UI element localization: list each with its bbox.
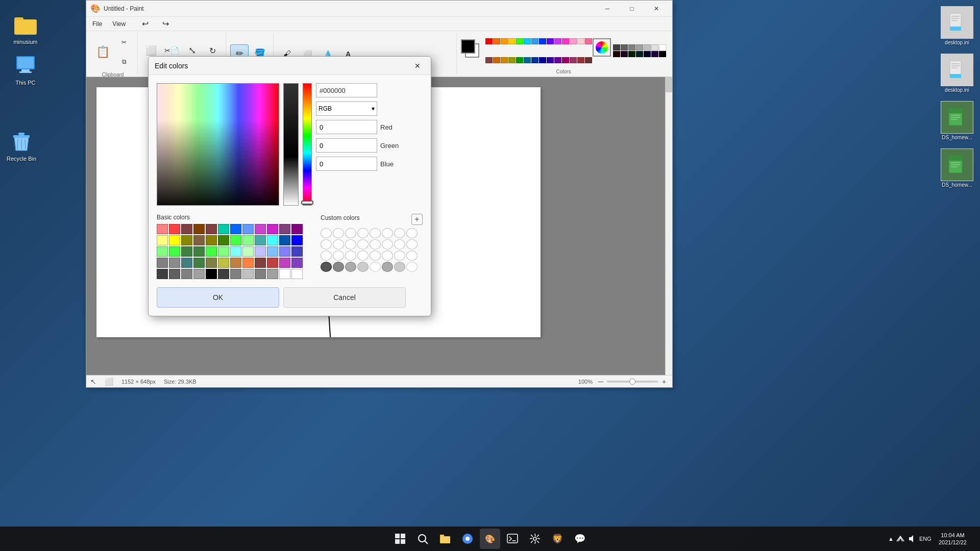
basic-swatch[interactable] <box>181 235 192 245</box>
basic-swatch[interactable] <box>193 224 205 234</box>
basic-swatch[interactable] <box>242 224 254 234</box>
menu-view[interactable]: View <box>108 18 130 30</box>
ok-button[interactable]: OK <box>157 287 279 308</box>
color-swatch-orange[interactable] <box>493 38 500 44</box>
r2c9[interactable] <box>547 57 554 63</box>
custom-swatch[interactable] <box>345 228 356 238</box>
basic-swatch[interactable] <box>291 269 303 279</box>
custom-swatch[interactable] <box>406 251 418 261</box>
basic-swatch[interactable] <box>230 258 241 268</box>
r2c3[interactable] <box>501 57 508 63</box>
dk5[interactable] <box>644 51 651 57</box>
gray2[interactable] <box>621 44 628 51</box>
custom-swatch[interactable] <box>370 251 381 261</box>
up-arrow-icon[interactable]: ▲ <box>888 536 894 542</box>
basic-swatch[interactable] <box>255 269 266 279</box>
custom-swatch[interactable] <box>406 239 418 249</box>
color-wheel-swatch[interactable] <box>593 38 611 57</box>
color-swatch-hot-pink[interactable] <box>585 38 592 44</box>
basic-swatch[interactable] <box>291 246 303 257</box>
settings-button[interactable] <box>525 529 545 549</box>
custom-swatch[interactable] <box>357 228 369 238</box>
basic-swatch[interactable] <box>181 224 192 234</box>
custom-swatch[interactable] <box>333 228 344 238</box>
basic-swatch[interactable] <box>242 235 254 245</box>
basic-swatch[interactable] <box>206 269 217 279</box>
basic-swatch[interactable] <box>279 224 290 234</box>
add-custom-color-button[interactable]: + <box>411 214 423 225</box>
basic-swatch[interactable] <box>267 235 278 245</box>
custom-swatch[interactable] <box>394 239 405 249</box>
custom-swatch[interactable] <box>394 228 405 238</box>
basic-swatch[interactable] <box>218 224 229 234</box>
hue-slider[interactable] <box>303 83 312 206</box>
desktop-file-1[interactable]: desktop.ini <box>938 4 976 47</box>
color-swatch-yellow-orange[interactable] <box>501 38 508 44</box>
gray3[interactable] <box>628 44 635 51</box>
basic-swatch[interactable] <box>267 246 278 257</box>
cut-button[interactable]: ✂ <box>115 33 133 52</box>
basic-swatch[interactable] <box>267 258 278 268</box>
basic-swatch[interactable] <box>218 258 229 268</box>
color-swatch-pink[interactable] <box>562 38 569 44</box>
color-swatch-light-pink[interactable] <box>570 38 577 44</box>
basic-swatch[interactable] <box>206 235 217 245</box>
basic-swatch[interactable] <box>169 224 180 234</box>
basic-swatch[interactable] <box>230 235 241 245</box>
custom-swatch[interactable] <box>394 262 405 272</box>
r2c13[interactable] <box>577 57 584 63</box>
foreground-color-swatch[interactable] <box>461 39 475 54</box>
r2c10[interactable] <box>554 57 561 63</box>
basic-swatch[interactable] <box>291 235 303 245</box>
basic-swatch[interactable] <box>267 269 278 279</box>
basic-swatch[interactable] <box>193 269 205 279</box>
paint-vertical-scrollbar[interactable] <box>665 77 672 375</box>
custom-swatch[interactable] <box>357 251 369 261</box>
custom-swatch[interactable] <box>333 262 344 272</box>
chrome-button[interactable] <box>457 529 478 549</box>
white-swatch[interactable] <box>659 44 666 51</box>
basic-swatch[interactable] <box>279 246 290 257</box>
paste-button[interactable]: 📋 <box>92 39 113 65</box>
basic-swatch[interactable] <box>279 258 290 268</box>
zoom-in-button[interactable]: + <box>660 378 668 386</box>
undo-button[interactable]: ↩ <box>136 15 154 33</box>
zoom-slider-thumb[interactable] <box>629 379 635 385</box>
basic-swatch[interactable] <box>169 235 180 245</box>
dk2[interactable] <box>621 51 628 57</box>
r2c4[interactable] <box>508 57 516 63</box>
basic-swatch[interactable] <box>157 224 168 234</box>
hue-thumb[interactable] <box>301 201 313 205</box>
basic-swatch[interactable] <box>291 258 303 268</box>
r2c6[interactable] <box>524 57 531 63</box>
redo-button[interactable]: ↪ <box>156 15 175 33</box>
r2c2[interactable] <box>493 57 500 63</box>
paint-taskbar-button[interactable]: 🎨 <box>480 529 500 549</box>
basic-swatch[interactable] <box>206 224 217 234</box>
dialog-close-button[interactable]: ✕ <box>410 59 425 73</box>
basic-swatch[interactable] <box>193 235 205 245</box>
file-explorer-button[interactable] <box>435 529 455 549</box>
maximize-button[interactable]: □ <box>620 1 644 17</box>
custom-swatch[interactable] <box>321 228 332 238</box>
browser-button[interactable]: 🦁 <box>547 529 568 549</box>
desktop-file-4[interactable]: DS_homew... <box>938 146 976 190</box>
custom-swatch[interactable] <box>321 239 332 249</box>
custom-swatch[interactable] <box>382 228 393 238</box>
dark-strip[interactable] <box>283 83 299 206</box>
custom-swatch[interactable] <box>406 228 418 238</box>
desktop-icon-this-pc[interactable]: This PC <box>5 51 46 88</box>
color-swatch-very-light-pink[interactable] <box>577 38 584 44</box>
minimize-button[interactable]: ─ <box>596 1 619 17</box>
blue-input[interactable] <box>316 157 377 171</box>
dk3[interactable] <box>628 51 635 57</box>
custom-swatch[interactable] <box>370 262 381 272</box>
r2c12[interactable] <box>570 57 577 63</box>
basic-swatch[interactable] <box>157 246 168 257</box>
copy-button[interactable]: ⧉ <box>115 53 133 71</box>
dk1[interactable] <box>613 51 620 57</box>
basic-swatch[interactable] <box>230 246 241 257</box>
custom-swatch[interactable] <box>406 262 418 272</box>
terminal-button[interactable] <box>502 529 523 549</box>
menu-file[interactable]: File <box>88 18 106 30</box>
